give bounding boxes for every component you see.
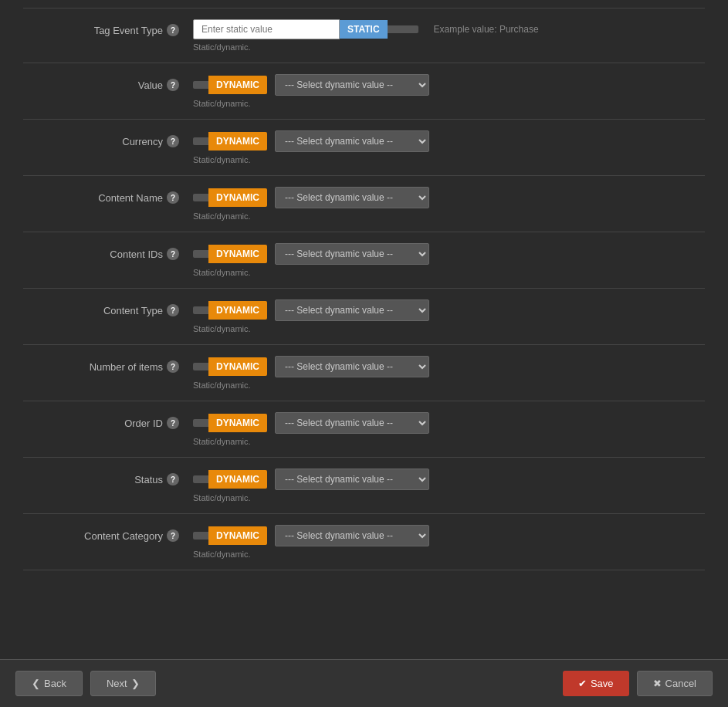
currency-dropdown[interactable]: --- Select dynamic value --: [275, 130, 429, 152]
status-static-button[interactable]: [193, 475, 208, 483]
content-type-static-button[interactable]: [193, 306, 208, 314]
content-category-hint: Static/dynamic.: [193, 550, 429, 559]
content-ids-hint: Static/dynamic.: [193, 268, 429, 277]
tag-event-type-controls: STATIC Static/dynamic.: [193, 19, 418, 52]
tag-event-type-example: Example value: Purchase: [434, 19, 539, 35]
content-category-static-button[interactable]: [193, 532, 208, 540]
number-of-items-label: Number of items ?: [23, 356, 193, 373]
tag-event-type-row: Tag Event Type ? STATIC Static/dynamic. …: [23, 8, 705, 63]
content-ids-controls: DYNAMIC --- Select dynamic value -- Stat…: [193, 243, 429, 277]
content-ids-static-button[interactable]: [193, 250, 208, 258]
content-type-dynamic-button[interactable]: DYNAMIC: [208, 301, 267, 320]
order-id-help-icon[interactable]: ?: [167, 417, 179, 429]
content-name-dynamic-button[interactable]: DYNAMIC: [208, 188, 267, 207]
number-of-items-static-button[interactable]: [193, 363, 208, 370]
number-of-items-dynamic-button[interactable]: DYNAMIC: [208, 357, 267, 376]
cancel-button-label: Cancel: [665, 678, 696, 689]
value-dynamic-button[interactable]: DYNAMIC: [208, 76, 267, 94]
status-toggle-group: DYNAMIC --- Select dynamic value --: [193, 469, 429, 490]
tag-event-type-hint: Static/dynamic.: [193, 42, 418, 52]
status-dynamic-button[interactable]: DYNAMIC: [208, 470, 267, 489]
back-button[interactable]: ❮ Back: [15, 671, 83, 696]
number-of-items-label-text: Number of items: [90, 361, 163, 373]
value-hint: Static/dynamic.: [193, 99, 429, 108]
status-help-icon[interactable]: ?: [167, 473, 179, 485]
tag-event-type-label-text: Tag Event Type: [94, 25, 163, 36]
currency-static-button[interactable]: [193, 137, 208, 145]
order-id-toggle-group: DYNAMIC --- Select dynamic value --: [193, 412, 429, 434]
content-name-help-icon[interactable]: ?: [167, 191, 179, 204]
chevron-left-icon: ❮: [32, 678, 40, 689]
status-dropdown[interactable]: --- Select dynamic value --: [275, 469, 429, 490]
content-category-row: Content Category ? DYNAMIC --- Select dy…: [23, 514, 705, 570]
number-of-items-hint: Static/dynamic.: [193, 381, 429, 390]
currency-help-icon[interactable]: ?: [167, 135, 179, 147]
content-ids-toggle-group: DYNAMIC --- Select dynamic value --: [193, 243, 429, 265]
content-name-row: Content Name ? DYNAMIC --- Select dynami…: [23, 176, 705, 232]
currency-dynamic-button[interactable]: DYNAMIC: [208, 132, 267, 151]
order-id-row: Order ID ? DYNAMIC --- Select dynamic va…: [23, 401, 705, 458]
value-controls: DYNAMIC --- Select dynamic value -- Stat…: [193, 74, 429, 108]
value-label-text: Value: [138, 79, 163, 91]
order-id-dropdown[interactable]: --- Select dynamic value --: [275, 412, 429, 434]
value-row: Value ? DYNAMIC --- Select dynamic value…: [23, 63, 705, 120]
content-type-controls: DYNAMIC --- Select dynamic value -- Stat…: [193, 299, 429, 333]
currency-label: Currency ?: [23, 130, 193, 147]
content-area: Tag Event Type ? STATIC Static/dynamic. …: [0, 0, 728, 640]
content-name-dropdown[interactable]: --- Select dynamic value --: [275, 187, 429, 208]
content-ids-label: Content IDs ?: [23, 243, 193, 260]
tag-event-type-help-icon[interactable]: ?: [167, 24, 179, 36]
footer: ❮ Back Next ❯ ✔ Save ✖ Cancel: [0, 659, 728, 707]
content-type-label-text: Content Type: [103, 305, 163, 316]
check-icon: ✔: [578, 678, 587, 689]
number-of-items-help-icon[interactable]: ?: [167, 360, 179, 373]
order-id-dynamic-button[interactable]: DYNAMIC: [208, 414, 267, 432]
main-content: Tag Event Type ? STATIC Static/dynamic. …: [0, 0, 728, 578]
content-category-dropdown[interactable]: --- Select dynamic value --: [275, 525, 429, 546]
tag-event-dynamic-button[interactable]: [388, 25, 418, 33]
content-category-label: Content Category ?: [23, 525, 193, 542]
chevron-right-icon: ❯: [131, 678, 140, 689]
number-of-items-dropdown[interactable]: --- Select dynamic value --: [275, 356, 429, 377]
content-name-static-button[interactable]: [193, 194, 208, 201]
tag-event-type-input[interactable]: [193, 19, 340, 39]
cross-icon: ✖: [653, 678, 662, 689]
value-dropdown[interactable]: --- Select dynamic value --: [275, 74, 429, 96]
value-help-icon[interactable]: ?: [167, 79, 179, 91]
currency-controls: DYNAMIC --- Select dynamic value -- Stat…: [193, 130, 429, 164]
order-id-label-text: Order ID: [124, 418, 163, 429]
content-name-controls: DYNAMIC --- Select dynamic value -- Stat…: [193, 187, 429, 221]
content-category-help-icon[interactable]: ?: [167, 529, 179, 542]
status-hint: Static/dynamic.: [193, 493, 429, 502]
value-static-button[interactable]: [193, 81, 208, 89]
content-type-row: Content Type ? DYNAMIC --- Select dynami…: [23, 289, 705, 345]
save-button-label: Save: [591, 678, 614, 689]
tag-event-static-button[interactable]: STATIC: [340, 20, 388, 39]
content-type-hint: Static/dynamic.: [193, 324, 429, 333]
content-ids-help-icon[interactable]: ?: [167, 248, 179, 260]
content-type-help-icon[interactable]: ?: [167, 304, 179, 316]
save-button[interactable]: ✔ Save: [563, 671, 629, 696]
content-category-controls: DYNAMIC --- Select dynamic value -- Stat…: [193, 525, 429, 559]
next-button[interactable]: Next ❯: [90, 671, 156, 696]
content-type-dropdown[interactable]: --- Select dynamic value --: [275, 299, 429, 321]
currency-label-text: Currency: [122, 136, 163, 147]
content-name-toggle-group: DYNAMIC --- Select dynamic value --: [193, 187, 429, 208]
content-name-label: Content Name ?: [23, 187, 193, 204]
footer-right: ✔ Save ✖ Cancel: [563, 671, 713, 696]
content-ids-dynamic-button[interactable]: DYNAMIC: [208, 245, 267, 263]
cancel-button[interactable]: ✖ Cancel: [637, 671, 713, 696]
status-controls: DYNAMIC --- Select dynamic value -- Stat…: [193, 469, 429, 502]
number-of-items-controls: DYNAMIC --- Select dynamic value -- Stat…: [193, 356, 429, 390]
content-ids-row: Content IDs ? DYNAMIC --- Select dynamic…: [23, 232, 705, 289]
tag-event-input-group: STATIC: [193, 19, 418, 39]
content-type-toggle-group: DYNAMIC --- Select dynamic value --: [193, 299, 429, 321]
content-ids-dropdown[interactable]: --- Select dynamic value --: [275, 243, 429, 265]
next-button-label: Next: [107, 678, 127, 689]
value-toggle-group: DYNAMIC --- Select dynamic value --: [193, 74, 429, 96]
order-id-static-button[interactable]: [193, 419, 208, 427]
currency-toggle-group: DYNAMIC --- Select dynamic value --: [193, 130, 429, 152]
content-name-label-text: Content Name: [98, 192, 163, 204]
content-ids-label-text: Content IDs: [110, 249, 163, 260]
content-category-dynamic-button[interactable]: DYNAMIC: [208, 526, 267, 545]
